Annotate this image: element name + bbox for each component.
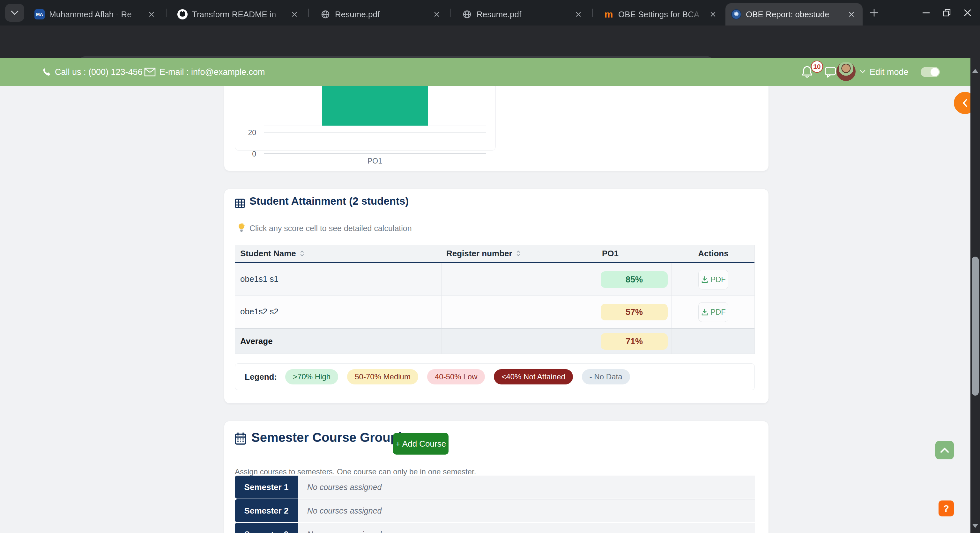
chevron-left-icon xyxy=(961,98,969,108)
download-pdf-button[interactable]: PDF xyxy=(698,302,728,322)
globe-favicon xyxy=(462,9,472,19)
x-axis-line xyxy=(264,153,486,154)
close-tab-icon[interactable] xyxy=(846,9,857,20)
scrollbar-up-arrow[interactable] xyxy=(972,69,978,73)
scroll-to-top-button[interactable] xyxy=(935,441,954,459)
close-tab-icon[interactable] xyxy=(708,9,718,20)
legend-not-attained: <40% Not Attained xyxy=(494,369,573,384)
semester-3-label: Semester 3 xyxy=(235,523,298,533)
legend-high: >70% High xyxy=(285,369,338,384)
github-favicon xyxy=(177,9,188,19)
gridline-upper xyxy=(264,125,486,126)
score-cell-po1-average[interactable]: 71% xyxy=(601,333,668,350)
gridline-20 xyxy=(264,132,486,133)
page-scrollbar[interactable] xyxy=(970,58,980,533)
window-restore-button[interactable] xyxy=(941,7,953,19)
plus-icon xyxy=(869,8,879,17)
close-tab-icon[interactable] xyxy=(289,9,300,20)
student-name: obe1s2 s2 xyxy=(240,307,278,317)
scrollbar-down-arrow[interactable] xyxy=(972,524,978,528)
score-cell-po1[interactable]: 85% xyxy=(601,271,668,288)
window-minimize-button[interactable] xyxy=(920,7,932,19)
ma-monogram-favicon: MA xyxy=(35,9,45,19)
sort-icon xyxy=(515,250,521,257)
tab-search-chevron-button[interactable] xyxy=(5,4,24,22)
tab-transform-readme[interactable]: Transform README in xyxy=(172,3,305,25)
tab-title: OBE Settings for BCA xyxy=(618,10,703,19)
tab-title: Resume.pdf xyxy=(335,10,427,19)
semester-row-1: Semester 1 No courses assigned xyxy=(235,476,755,498)
y-axis-tick-0: 0 xyxy=(242,150,256,159)
po-attainment-chart-card: 20 0 PO1 xyxy=(235,86,496,151)
header-student-name[interactable]: Student Name xyxy=(240,245,305,262)
browser-toolbar: gctanur.in/local/obe_autocalculator/coho… xyxy=(0,25,980,58)
email-icon xyxy=(144,68,156,76)
close-tab-icon[interactable] xyxy=(146,9,157,20)
phone-label: Call us : (000) 123-456 xyxy=(55,67,143,77)
minimize-icon xyxy=(923,13,930,13)
site-top-navbar: Call us : (000) 123-456 E-mail : info@ex… xyxy=(0,58,980,86)
header-po1: PO1 xyxy=(602,245,619,262)
tab-title: OBE Report: obestude xyxy=(746,10,842,19)
tab-title: Transform README in xyxy=(192,10,285,19)
semester-section-title: Semester Course Grouping xyxy=(251,430,417,445)
edit-mode-toggle[interactable] xyxy=(921,67,940,77)
x-axis-label-po1: PO1 xyxy=(359,157,391,165)
user-avatar[interactable] xyxy=(837,62,856,81)
close-icon xyxy=(963,9,972,17)
user-menu-chevron-icon[interactable] xyxy=(859,70,866,74)
messages-chat-icon[interactable] xyxy=(824,66,837,78)
tab-resume-pdf-1[interactable]: Resume.pdf xyxy=(315,3,448,25)
attainment-section-title: Student Attainment (2 students) xyxy=(250,195,409,207)
download-icon xyxy=(701,308,708,316)
browser-tab-strip: MA Muhammed Aflah - Re Transform README … xyxy=(0,0,980,25)
lightbulb-icon xyxy=(237,222,246,233)
legend-medium: 50-70% Medium xyxy=(347,369,418,384)
close-tab-icon[interactable] xyxy=(431,9,442,20)
attainment-tip-text: Click any score cell to see detailed cal… xyxy=(250,224,412,233)
chevron-up-icon xyxy=(940,447,950,453)
y-axis-line xyxy=(264,86,264,126)
attainment-legend: Legend: >70% High 50-70% Medium 40-50% L… xyxy=(235,363,755,390)
tab-obe-report-active[interactable]: OBE Report: obestude xyxy=(725,3,862,25)
tab-separator xyxy=(308,9,309,17)
semester-3-dropzone[interactable]: No courses assigned xyxy=(298,523,755,533)
tab-title: Resume.pdf xyxy=(477,10,568,19)
download-icon xyxy=(701,276,708,283)
edit-mode-label: Edit mode xyxy=(870,67,908,77)
y-axis-tick-20: 20 xyxy=(242,128,256,137)
window-close-button[interactable] xyxy=(962,7,973,19)
tab-title: Muhammed Aflah - Re xyxy=(49,10,142,19)
student-name: obe1s1 s1 xyxy=(240,274,278,284)
semester-2-dropzone[interactable]: No courses assigned xyxy=(298,499,755,522)
add-course-button[interactable]: + Add Course xyxy=(393,433,449,455)
tab-separator xyxy=(450,9,451,17)
bar-po1 xyxy=(322,86,428,125)
header-register-number[interactable]: Register number xyxy=(446,245,521,262)
download-pdf-button[interactable]: PDF xyxy=(698,270,728,289)
semester-1-dropzone[interactable]: No courses assigned xyxy=(298,476,755,498)
tab-resume-pdf-2[interactable]: Resume.pdf xyxy=(456,3,590,25)
toggle-knob xyxy=(931,68,939,76)
help-button[interactable]: ? xyxy=(939,500,954,516)
average-label: Average xyxy=(240,336,273,346)
table-grid-icon xyxy=(235,198,245,208)
page-viewport: Call us : (000) 123-456 E-mail : info@ex… xyxy=(0,58,980,533)
phone-icon xyxy=(41,66,52,78)
scrollbar-thumb[interactable] xyxy=(972,257,979,396)
score-cell-po1[interactable]: 57% xyxy=(601,304,668,320)
tab-muhammed-aflah[interactable]: MA Muhammed Aflah - Re xyxy=(29,3,163,25)
sort-icon xyxy=(299,250,305,257)
tab-separator xyxy=(592,9,593,17)
tab-obe-settings[interactable]: m OBE Settings for BCA xyxy=(598,3,724,25)
header-actions: Actions xyxy=(671,245,755,262)
semester-row-3: Semester 3 No courses assigned xyxy=(235,523,755,533)
close-tab-icon[interactable] xyxy=(573,9,584,20)
new-tab-button[interactable] xyxy=(869,7,880,19)
notification-count-badge: 10 xyxy=(811,60,823,73)
email-label: E-mail : info@example.com xyxy=(159,67,265,77)
calendar-icon xyxy=(235,432,246,445)
semester-description: Assign courses to semesters. One course … xyxy=(235,467,476,476)
moodle-favicon: m xyxy=(604,9,614,19)
table-header-row: Student Name Register number PO1 Actions xyxy=(235,245,754,263)
